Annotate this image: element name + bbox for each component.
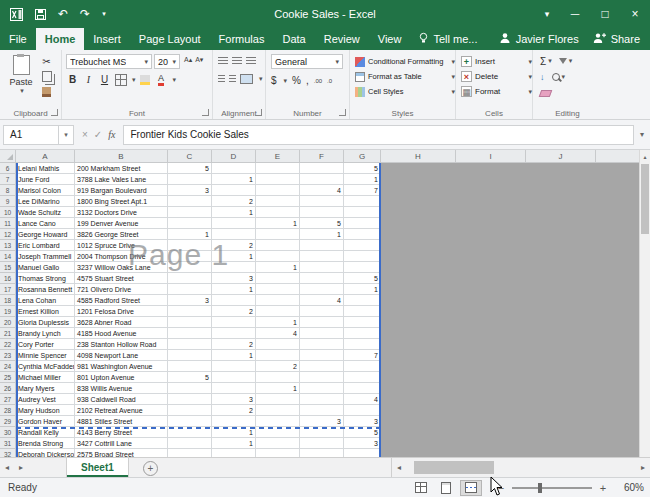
row-header-24[interactable]: 24	[0, 361, 16, 372]
row-header-17[interactable]: 17	[0, 284, 16, 295]
vertical-scroll-thumb[interactable]	[641, 164, 649, 234]
cell-F22[interactable]	[300, 339, 344, 350]
copy-icon[interactable]	[40, 70, 53, 83]
paste-dropdown-icon[interactable]: ▾	[6, 87, 36, 95]
scroll-right-icon[interactable]: ▸	[636, 463, 650, 472]
cell-D11[interactable]	[212, 218, 256, 229]
delete-dropdown-icon[interactable]: ▾	[526, 73, 532, 81]
cell-G20[interactable]	[344, 317, 381, 328]
cell-F17[interactable]	[300, 284, 344, 295]
cell-C8[interactable]: 3	[168, 185, 212, 196]
cell-C23[interactable]	[168, 350, 212, 361]
cell-F14[interactable]	[300, 251, 344, 262]
cell-E15[interactable]: 1	[256, 262, 300, 273]
cell-B28[interactable]: 2102 Retreat Avenue	[75, 405, 168, 416]
sort-filter-button[interactable]: ▾	[559, 57, 573, 65]
cell-E13[interactable]	[256, 240, 300, 251]
cell-F26[interactable]	[300, 383, 344, 394]
cell-C27[interactable]	[168, 394, 212, 405]
number-format-dropdown-icon[interactable]: ▾	[333, 58, 339, 66]
cell-E26[interactable]: 1	[256, 383, 300, 394]
cell-B23[interactable]: 4098 Newport Lane	[75, 350, 168, 361]
cell-E9[interactable]	[256, 196, 300, 207]
page-break-preview-button[interactable]	[460, 480, 482, 496]
cell-F24[interactable]	[300, 361, 344, 372]
cell-D16[interactable]: 3	[212, 273, 256, 284]
page-layout-view-button[interactable]	[435, 480, 457, 496]
cell-C17[interactable]	[168, 284, 212, 295]
cell-D24[interactable]	[212, 361, 256, 372]
column-header-B[interactable]: B	[75, 150, 168, 163]
cell-F15[interactable]	[300, 262, 344, 273]
underline-button[interactable]: U	[98, 73, 111, 86]
column-header-G[interactable]: G	[344, 150, 381, 163]
shrink-font-icon[interactable]: A▾	[195, 56, 203, 64]
cell-G21[interactable]	[344, 328, 381, 339]
font-size-combo[interactable]: 20 ▾	[154, 54, 180, 69]
cell-E24[interactable]: 2	[256, 361, 300, 372]
print-area-left-border[interactable]	[16, 163, 18, 457]
cell-D31[interactable]: 1	[212, 438, 256, 449]
cell-B15[interactable]: 3237 Willow Oaks Lane	[75, 262, 168, 273]
cell-G10[interactable]	[344, 207, 381, 218]
cell-E8[interactable]	[256, 185, 300, 196]
column-header-D[interactable]: D	[212, 150, 256, 163]
cell-D20[interactable]	[212, 317, 256, 328]
cell-B21[interactable]: 4185 Hood Avenue	[75, 328, 168, 339]
cell-A23[interactable]: Minnie Spencer	[16, 350, 75, 361]
cell-A32[interactable]: Deborah Dickerson	[16, 449, 75, 457]
cell-E22[interactable]	[256, 339, 300, 350]
cell-A14[interactable]: Joseph Trammell	[16, 251, 75, 262]
page-break-line[interactable]	[16, 427, 381, 429]
row-header-13[interactable]: 13	[0, 240, 16, 251]
align-center-icon[interactable]	[229, 75, 236, 83]
cell-C21[interactable]	[168, 328, 212, 339]
cell-B17[interactable]: 721 Olivero Drive	[75, 284, 168, 295]
cell-F9[interactable]	[300, 196, 344, 207]
zoom-slider[interactable]	[512, 487, 592, 489]
cell-D6[interactable]	[212, 163, 256, 174]
scroll-left-icon[interactable]: ◂	[392, 463, 406, 472]
insert-cells-button[interactable]: +Insert▾	[456, 54, 532, 69]
number-format-combo[interactable]: General ▾	[271, 54, 343, 69]
row-header-27[interactable]: 27	[0, 394, 16, 405]
row-header-16[interactable]: 16	[0, 273, 16, 284]
excel-logo-icon[interactable]	[10, 8, 23, 21]
cell-D7[interactable]: 1	[212, 174, 256, 185]
cell-G15[interactable]	[344, 262, 381, 273]
cell-A20[interactable]: Gloria Duplessis	[16, 317, 75, 328]
accounting-dropdown-icon[interactable]: ▾	[282, 77, 288, 85]
row-header-26[interactable]: 26	[0, 383, 16, 394]
redo-icon[interactable]: ↷	[80, 7, 90, 21]
row-header-23[interactable]: 23	[0, 350, 16, 361]
cell-A24[interactable]: Cynthia McFadden	[16, 361, 75, 372]
column-header-E[interactable]: E	[256, 150, 300, 163]
undo-icon[interactable]: ↶	[58, 7, 68, 21]
insert-dropdown-icon[interactable]: ▾	[526, 58, 532, 66]
cell-B26[interactable]: 838 Willis Avenue	[75, 383, 168, 394]
cell-G19[interactable]	[344, 306, 381, 317]
cell-G9[interactable]	[344, 196, 381, 207]
cell-A6[interactable]: Lelani Mathis	[16, 163, 75, 174]
cell-E28[interactable]	[256, 405, 300, 416]
cell-E14[interactable]	[256, 251, 300, 262]
cell-A8[interactable]: Marisol Colon	[16, 185, 75, 196]
zoom-in-button[interactable]: +	[598, 482, 608, 494]
column-header-F[interactable]: F	[300, 150, 344, 163]
cell-G18[interactable]	[344, 295, 381, 306]
cell-C15[interactable]	[168, 262, 212, 273]
cell-F11[interactable]: 5	[300, 218, 344, 229]
cell-G13[interactable]	[344, 240, 381, 251]
comma-style-icon[interactable]: ,	[306, 74, 309, 87]
cell-E32[interactable]	[256, 449, 300, 457]
percent-style-icon[interactable]: %	[292, 74, 301, 87]
cell-A21[interactable]: Brandy Lynch	[16, 328, 75, 339]
find-select-button[interactable]: ▾	[552, 73, 566, 81]
cell-C31[interactable]	[168, 438, 212, 449]
paste-button[interactable]: Paste ▾	[6, 55, 36, 95]
cell-B22[interactable]: 238 Stanton Hollow Road	[75, 339, 168, 350]
row-header-15[interactable]: 15	[0, 262, 16, 273]
cell-D9[interactable]: 2	[212, 196, 256, 207]
cell-G31[interactable]: 3	[344, 438, 381, 449]
cell-G27[interactable]: 4	[344, 394, 381, 405]
